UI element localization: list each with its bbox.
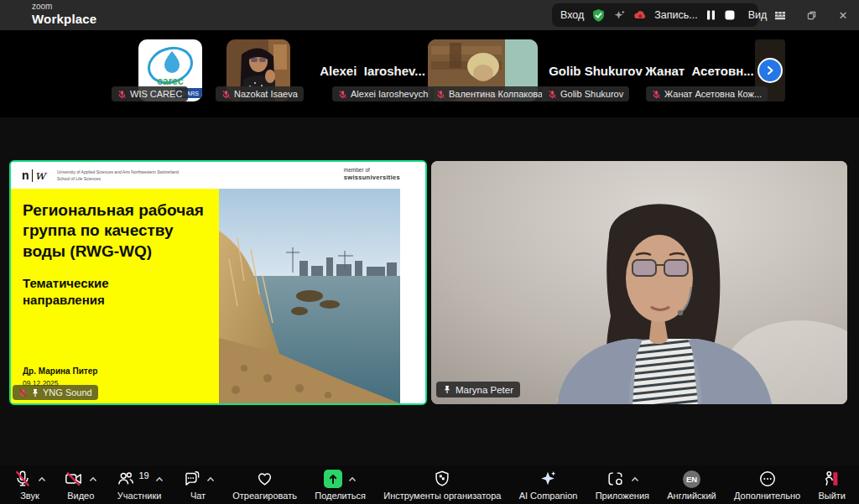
chat-icon — [181, 470, 200, 488]
chevron-up-icon[interactable] — [38, 476, 46, 482]
participant-filmstrip: carec YEARS Alexei Iaroshev... — [0, 30, 859, 117]
heart-icon — [255, 470, 274, 488]
swissuniversities-mark: member of swissuniversities — [344, 167, 400, 182]
name-label: Жанат Асетовна Кож... — [646, 86, 768, 101]
meeting-stage: n w University of Applied Sciences and A… — [0, 117, 859, 465]
toolbar-react[interactable]: Отреагировать — [232, 470, 297, 501]
name-label: WIS CAREC — [112, 86, 188, 101]
shared-screen[interactable]: n w University of Applied Sciences and A… — [9, 160, 427, 405]
slide-header: n w University of Applied Sciences and A… — [11, 162, 425, 189]
recording-status-label: Запись... — [654, 9, 697, 21]
mic-muted-icon — [548, 90, 557, 99]
toolbar-audio[interactable]: Звук — [13, 470, 46, 501]
name-label: Валентина Колпакова — [430, 86, 549, 101]
next-participants-button[interactable] — [757, 58, 783, 83]
speaker-video-maryna[interactable]: Maryna Peter — [431, 161, 847, 404]
camera-muted-icon — [64, 470, 83, 488]
ai-companion-icon — [539, 470, 558, 488]
mic-muted-icon — [117, 90, 127, 99]
mic-muted-icon — [652, 90, 661, 99]
toolbar-language[interactable]: EN Английский — [667, 470, 716, 501]
toolbar-leave[interactable]: Выйти — [818, 470, 846, 501]
maximize-icon[interactable] — [795, 0, 827, 30]
recording-cloud-icon — [633, 9, 647, 21]
slide-title-panel: Региональная рабочая группа по качеству … — [11, 189, 219, 403]
slide-lake-photo — [219, 189, 400, 403]
participants-count: 19 — [139, 470, 149, 481]
toolbar-video[interactable]: Видео — [64, 470, 97, 501]
slide-margin — [400, 189, 425, 403]
titlebar-controls: Вход Запись... Вид — [552, 3, 758, 27]
meeting-toolbar: Звук Видео 19 Участники Чат — [0, 465, 859, 504]
brand-workplace: Workplace — [32, 13, 96, 25]
window-controls: ─ ✕ — [763, 0, 859, 30]
slide-title: Региональная рабочая группа по качеству … — [23, 200, 212, 262]
chevron-up-icon[interactable] — [206, 476, 215, 482]
chevron-up-icon[interactable] — [155, 476, 164, 482]
participants-icon — [116, 470, 135, 488]
login-button[interactable]: Вход — [560, 9, 584, 21]
leave-meeting-icon — [822, 470, 841, 488]
pin-icon — [443, 385, 451, 394]
toolbar-participants[interactable]: 19 Участники — [116, 470, 164, 501]
more-icon — [758, 470, 777, 488]
title-bar: zoom Workplace Вход Запись... Вид — [0, 0, 859, 30]
minimize-button[interactable]: ─ — [763, 0, 795, 30]
name-label: Golib Shukurov — [542, 86, 629, 101]
speaker-name-label: Maryna Peter — [436, 382, 520, 397]
zoom-workplace-logo: zoom Workplace — [32, 3, 96, 25]
mic-muted-icon — [338, 90, 347, 99]
security-shield-icon[interactable] — [591, 8, 606, 23]
fhnw-logo: n w — [22, 168, 45, 183]
share-source-label: YNG Sound — [13, 385, 98, 400]
slide-subtitle: Тематические направления — [23, 275, 148, 308]
toolbar-share[interactable]: Поделиться — [315, 470, 366, 501]
chevron-up-icon[interactable] — [89, 476, 97, 482]
mic-muted-icon — [18, 388, 28, 397]
chevron-right-icon — [764, 65, 776, 76]
stop-recording-button[interactable] — [724, 9, 736, 21]
toolbar-chat[interactable]: Чат — [181, 470, 215, 501]
brand-zoom: zoom — [32, 3, 96, 11]
name-label: Alexei Iaroshevych — [332, 86, 434, 101]
toolbar-ai-companion[interactable]: AI Companion — [519, 470, 578, 501]
chevron-up-icon[interactable] — [631, 476, 639, 482]
university-name: University of Applied Sciences and Arts … — [57, 169, 179, 182]
toolbar-host-tools[interactable]: Инструменты организатора — [383, 470, 501, 501]
pause-recording-button[interactable] — [705, 9, 716, 21]
chevron-up-icon[interactable] — [348, 476, 357, 482]
name-label: Nazokat Isaeva — [216, 86, 304, 101]
toolbar-more[interactable]: Дополнительно — [734, 470, 800, 501]
share-screen-icon — [324, 470, 342, 488]
mic-muted-icon — [436, 90, 445, 99]
toolbar-apps[interactable]: Приложения — [596, 470, 649, 501]
slide-author: Др. Марина Питер — [23, 366, 97, 376]
svg-text:carec: carec — [157, 75, 184, 87]
apps-icon — [606, 470, 625, 488]
zoom-meeting-window: zoom Workplace Вход Запись... Вид — [0, 0, 859, 504]
language-badge: EN — [683, 470, 700, 488]
mic-muted-icon — [221, 90, 231, 99]
pin-icon — [31, 388, 39, 397]
close-button[interactable]: ✕ — [827, 0, 859, 30]
ai-sparkle-icon[interactable] — [613, 9, 626, 22]
shield-icon — [433, 470, 451, 488]
speaker-video-frame — [431, 161, 847, 404]
mic-muted-icon — [13, 470, 32, 488]
